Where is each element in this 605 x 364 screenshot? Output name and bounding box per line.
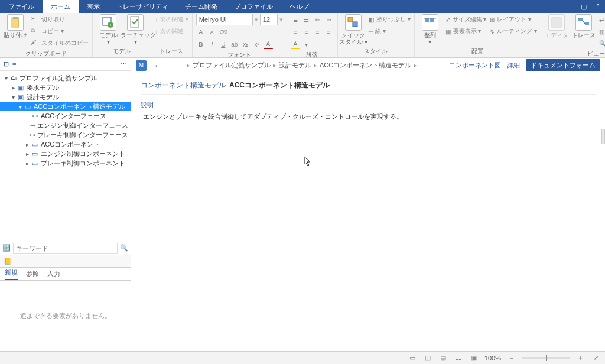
quick-style-button[interactable]: クイック スタイル ▾ xyxy=(341,14,365,45)
model-tree[interactable]: ▾🗂プロファイル定義サンプル ▸▣要求モデル ▾▣設計モデル ▾▭ACCコンポー… xyxy=(0,71,131,170)
collapse-handle[interactable] xyxy=(601,129,605,144)
outdent-icon[interactable]: ⇤ xyxy=(313,15,323,24)
crumb-current[interactable]: ACCコンポーネント構造モデル xyxy=(320,61,411,70)
zoom-slider[interactable] xyxy=(522,357,570,359)
font-name-select[interactable]: Meiryo UI xyxy=(196,14,253,25)
zoom-in-button[interactable]: ＋ xyxy=(575,353,585,363)
status-view5-icon[interactable]: ▣ xyxy=(469,353,479,363)
tab-traceability[interactable]: トレーサビリティ xyxy=(108,0,177,13)
window-minimize-icon[interactable]: ▢ xyxy=(577,0,591,13)
strike-icon[interactable]: ab xyxy=(230,40,239,49)
folder-icon: ▣ xyxy=(17,93,25,100)
tree-node-root[interactable]: ▾🗂プロファイル定義サンプル xyxy=(0,73,131,83)
bold-icon[interactable]: B xyxy=(196,40,206,49)
inspector-button[interactable]: 🔍インスペクタ xyxy=(599,38,605,48)
nav-back-button[interactable]: ← xyxy=(151,61,164,70)
doc-body[interactable]: エンジンとブレーキを統合制御してアダプティブ・クルーズ・コントロールを実現する。 xyxy=(141,112,596,122)
trace-view-button[interactable]: トレース xyxy=(572,14,596,38)
font-shrink-icon[interactable]: A xyxy=(207,27,217,37)
document-form-button[interactable]: ドキュメントフォーム xyxy=(526,59,600,72)
subtab-new[interactable]: 新規 xyxy=(5,268,18,280)
highlight-icon[interactable]: A xyxy=(291,40,300,49)
resize-icon: ⤢ xyxy=(445,17,450,23)
indent-icon[interactable]: ⇥ xyxy=(324,15,334,24)
tree-node-brk-comp[interactable]: ▸▭ブレーキ制御コンポーネント xyxy=(0,158,131,168)
subeditor-button[interactable]: ▥サブエディタ xyxy=(599,26,605,37)
tab-file[interactable]: ファイル xyxy=(0,0,43,13)
superscript-icon[interactable]: x² xyxy=(252,40,262,49)
fill-button[interactable]: ◧塗りつぶし ▾ xyxy=(369,14,411,25)
search-option-icon[interactable]: 🔍 xyxy=(120,244,128,252)
interface-icon: ⊶ xyxy=(31,112,39,119)
ribbon-group-style: クイック スタイル ▾ ◧塗りつぶし ▾ ─線 ▾ スタイル xyxy=(338,13,415,57)
paragraph-more-icon[interactable]: ▾ xyxy=(302,40,311,49)
subtab-input[interactable]: 入力 xyxy=(47,269,60,280)
tab-team[interactable]: チーム開発 xyxy=(177,0,226,13)
routing-button[interactable]: ↯ルーティング ▾ xyxy=(490,26,537,37)
tree-node-design[interactable]: ▾▣設計モデル xyxy=(0,92,131,102)
align-button[interactable]: 整列 ▾ xyxy=(418,14,442,45)
content-panel: M ← → ▸ プロファイル定義サンプル ▸ 設計モデル ▸ ACCコンポーネン… xyxy=(131,58,605,351)
subscript-icon[interactable]: x₂ xyxy=(241,40,251,49)
tree-node-acc-if[interactable]: ⊶ACCインターフェース xyxy=(0,111,131,121)
tree-tool-icon[interactable]: ⊞ xyxy=(4,60,9,68)
nav-fwd-button: → xyxy=(169,61,182,70)
bullets-icon[interactable]: ≣ xyxy=(291,15,300,24)
subtab-ref[interactable]: 参照 xyxy=(26,269,39,280)
tree-node-acc-comp[interactable]: ▸▭ACCコンポーネント xyxy=(0,139,131,149)
font-color-icon[interactable]: A xyxy=(264,40,273,49)
status-view3-icon[interactable]: ▤ xyxy=(438,353,448,363)
font-size-select[interactable]: 12 xyxy=(260,14,278,25)
svg-rect-11 xyxy=(552,18,561,27)
copy-style-button[interactable]: 🖌スタイルのコピー xyxy=(31,38,89,48)
numbering-icon[interactable]: ☰ xyxy=(302,15,311,24)
underline-icon[interactable]: U xyxy=(219,40,228,49)
italic-icon[interactable]: I xyxy=(207,40,217,49)
editor-button[interactable]: エディタ xyxy=(545,14,568,38)
svg-text:+: + xyxy=(109,22,112,28)
tree-node-eng-if[interactable]: ⊶エンジン制御インターフェース xyxy=(0,121,131,130)
tree-node-brk-if[interactable]: ⊶ブレーキ制御インターフェース xyxy=(0,130,131,139)
paste-button[interactable]: 貼り付け xyxy=(4,14,27,38)
font-grow-icon[interactable]: A xyxy=(196,27,206,37)
status-view1-icon[interactable]: ▭ xyxy=(408,353,417,363)
error-check-button[interactable]: エラーチェック ▾ xyxy=(123,14,147,45)
zoom-out-button[interactable]: − xyxy=(507,353,516,363)
model-icon: + xyxy=(100,14,116,31)
tree-node-eng-comp[interactable]: ▸▭エンジン制御コンポーネント xyxy=(0,149,131,158)
tree-tool-icon[interactable]: ≡ xyxy=(12,61,16,68)
swap-button[interactable]: ⇄左右を入れ替え xyxy=(599,14,605,25)
component-diagram-link[interactable]: コンポーネント図 xyxy=(449,61,501,70)
justify-icon[interactable]: ≡ xyxy=(324,27,334,37)
ribbon-collapse-icon[interactable]: ^ xyxy=(591,0,605,13)
tree-node-req[interactable]: ▸▣要求モデル xyxy=(0,83,131,92)
interface-icon: ⊶ xyxy=(29,122,35,129)
tree-tool-icon[interactable]: ⋯ xyxy=(121,60,127,68)
copy-button[interactable]: ⧉コピー ▾ xyxy=(31,26,89,37)
ribbon-group-trace: ↑前の関連 ▾ ↓次の関連 トレース xyxy=(151,13,193,57)
size-edit-button[interactable]: ⤢サイズ編集 ▾ xyxy=(445,14,487,25)
status-view4-icon[interactable]: ⚏ xyxy=(454,353,463,363)
cut-button[interactable]: ✂切り取り xyxy=(31,14,89,25)
model-badge-icon: M xyxy=(136,60,147,71)
tab-view[interactable]: 表示 xyxy=(79,0,108,13)
tab-home[interactable]: ホーム xyxy=(43,0,79,13)
tree-node-acc-struct[interactable]: ▾▭ACCコンポーネント構造モデル xyxy=(0,102,131,111)
line-button[interactable]: ─線 ▾ xyxy=(369,26,411,37)
display-button[interactable]: ▦要素表示 ▾ xyxy=(445,26,487,37)
status-view2-icon[interactable]: ◫ xyxy=(423,353,432,363)
search-input[interactable] xyxy=(13,243,118,254)
crumb-design[interactable]: 設計モデル xyxy=(279,61,311,70)
detail-link[interactable]: 詳細 xyxy=(507,61,520,70)
lower-panel-header[interactable]: 📒 xyxy=(0,255,131,268)
align-left-icon[interactable]: ≡ xyxy=(291,27,300,37)
editor-icon xyxy=(548,14,565,31)
fit-button[interactable]: ⤢ xyxy=(591,353,600,363)
align-right-icon[interactable]: ≡ xyxy=(313,27,323,37)
clear-format-icon[interactable]: ⌫ xyxy=(219,27,228,37)
tab-profile[interactable]: プロファイル xyxy=(226,0,281,13)
layout-button[interactable]: ⊞レイアウト ▾ xyxy=(490,14,537,25)
crumb-root[interactable]: プロファイル定義サンプル xyxy=(193,61,271,70)
align-center-icon[interactable]: ≡ xyxy=(302,27,311,37)
tab-help[interactable]: ヘルプ xyxy=(281,0,317,13)
